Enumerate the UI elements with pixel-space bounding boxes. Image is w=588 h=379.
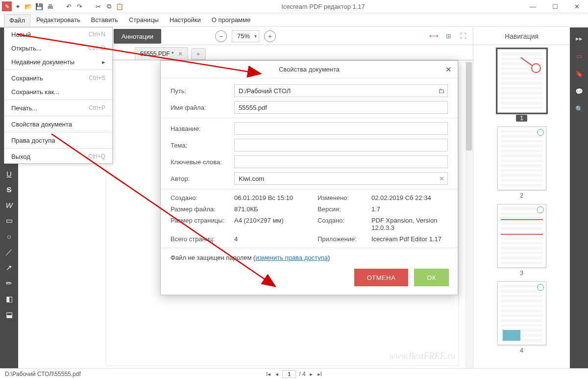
fullscreen-icon[interactable]: ⛶ — [458, 31, 468, 41]
input-path[interactable]: D:/Рабочий СТОЛ🗀 — [234, 84, 448, 97]
new-icon[interactable]: ✦ — [13, 1, 23, 11]
redo-icon[interactable]: ↷ — [74, 1, 84, 11]
save-icon[interactable]: 💾 — [34, 1, 44, 11]
bookmark-rail-icon[interactable]: 🔖 — [572, 67, 586, 80]
app-logo: ✎ — [2, 1, 12, 11]
thumb-label-1: 1 — [516, 115, 527, 122]
first-page-button[interactable]: I◂ — [265, 371, 271, 378]
search-rail-icon[interactable]: 🔍 — [572, 102, 586, 116]
next-page-button[interactable]: ▸ — [309, 371, 314, 378]
menu-item-exit[interactable]: ВыходCtrl+Q — [4, 150, 112, 163]
paste-icon[interactable]: 📋 — [115, 1, 124, 11]
status-path: D:\Рабочий СТОЛ\55555.pdf — [5, 371, 81, 378]
thumbnails: 1 2 3 4 — [473, 45, 570, 368]
navigation-panel: Навигация 1 2 3 4 — [473, 27, 570, 368]
menu-file[interactable]: Файл — [4, 14, 30, 26]
tool-arrow-icon[interactable]: ↗ — [2, 261, 16, 275]
input-author[interactable]: Kiwi.com✕ — [234, 172, 448, 185]
pager: I◂ ◂ / 4 ▸ ▸I — [265, 370, 323, 378]
open-icon[interactable]: 📂 — [24, 1, 33, 11]
watermark: www.BestFREE.ru — [389, 351, 455, 361]
layout-icons: ⟷ ⊞ ⛶ — [429, 31, 468, 41]
thumb-page-1[interactable] — [497, 49, 546, 113]
menu-item-open[interactable]: Открыть...Ctrl+O — [4, 41, 112, 55]
label-subject: Тема: — [171, 142, 234, 149]
file-menu-dropdown: НовыйCtrl+N Открыть...Ctrl+O Недавние до… — [4, 27, 113, 164]
quick-access-toolbar: ✎ ✦ 📂 💾 🖶 ↶ ↷ ✂ ⧉ 📋 — [0, 1, 124, 11]
tool-rect-icon[interactable]: ▭ — [2, 214, 16, 227]
zoom-in-button[interactable]: + — [264, 30, 276, 42]
menu-item-print[interactable]: Печать...Ctrl+P — [4, 101, 112, 115]
grid-view-icon[interactable]: ⊞ — [443, 31, 453, 41]
info-grid: Создано:06.01.2019 Вс 15:10 Изменено:02.… — [171, 192, 448, 245]
dialog-title: Свойства документа ✕ — [161, 61, 458, 78]
menu-item-docprops[interactable]: Свойства документа — [4, 117, 112, 131]
thumb-label-2: 2 — [520, 192, 523, 199]
copy-icon[interactable]: ⧉ — [104, 1, 114, 11]
menu-item-recent[interactable]: Недавние документы — [4, 55, 112, 69]
menu-pages[interactable]: Страницы — [124, 14, 164, 25]
page-input[interactable] — [282, 370, 296, 378]
zoom-out-button[interactable]: − — [215, 30, 227, 42]
minimize-button[interactable]: — — [522, 0, 544, 13]
thumb-page-2[interactable] — [497, 126, 546, 190]
menu-settings[interactable]: Настройки — [165, 14, 206, 25]
zoom-controls: − 75% + — [215, 30, 276, 42]
input-subject[interactable] — [234, 139, 448, 152]
window-title: Icecream PDF редактор 1.17 — [124, 3, 522, 10]
cancel-button[interactable]: ОТМЕНА — [354, 269, 409, 286]
input-title[interactable] — [234, 122, 448, 135]
menu-item-saveas[interactable]: Сохранить как... — [4, 85, 112, 99]
tab-close-icon[interactable]: ✕ — [178, 51, 183, 57]
tab-55555[interactable]: 55555.PDF * ✕ — [135, 47, 188, 60]
input-keywords[interactable] — [234, 155, 448, 168]
annotations-button[interactable]: Аннотации — [114, 29, 161, 44]
print-icon[interactable]: 🖶 — [45, 1, 55, 11]
last-page-button[interactable]: ▸I — [317, 371, 323, 378]
window-controls: — ☐ ✕ — [522, 0, 588, 13]
change-permissions-link[interactable]: изменить права доступа — [255, 254, 327, 261]
tool-eraser-icon[interactable]: ◧ — [2, 292, 16, 306]
tool-circle-icon[interactable]: ○ — [2, 229, 16, 243]
ok-button[interactable]: ОК — [414, 269, 449, 286]
clear-author-icon[interactable]: ✕ — [439, 175, 444, 182]
pages-rail-icon[interactable]: ▭ — [572, 49, 586, 63]
tab-add-button[interactable]: ＋ — [191, 48, 206, 60]
protection-row: Файл не защищен паролем (изменить права … — [171, 251, 448, 263]
thumb-page-4[interactable] — [497, 281, 546, 345]
thumb-label-4: 4 — [520, 347, 523, 354]
cut-icon[interactable]: ✂ — [93, 1, 103, 11]
menu-edit[interactable]: Редактировать — [31, 14, 85, 25]
tool-line-icon[interactable]: ／ — [2, 245, 16, 259]
scrollbar-vertical[interactable] — [465, 60, 473, 368]
tool-underline-icon[interactable]: U — [2, 167, 16, 180]
menu-item-save[interactable]: СохранитьCtrl+S — [4, 71, 112, 85]
browse-folder-icon[interactable]: 🗀 — [438, 87, 444, 95]
dialog-close-icon[interactable]: ✕ — [445, 65, 452, 74]
menu-about[interactable]: О программе — [207, 14, 256, 25]
label-title: Название: — [171, 125, 234, 132]
tool-stamp-icon[interactable]: ⬓ — [2, 308, 16, 322]
label-path: Путь: — [171, 87, 234, 95]
menu-item-new[interactable]: НовыйCtrl+N — [4, 27, 112, 41]
close-button[interactable]: ✕ — [566, 0, 588, 13]
tab-label: 55555.PDF * — [140, 51, 174, 57]
zoom-combo[interactable]: 75% — [232, 30, 259, 42]
thumb-page-3[interactable] — [497, 204, 546, 268]
menu-insert[interactable]: Вставить — [86, 14, 123, 25]
input-filename[interactable]: 55555.pdf — [234, 101, 448, 114]
statusbar: D:\Рабочий СТОЛ\55555.pdf I◂ ◂ / 4 ▸ ▸I — [0, 368, 588, 379]
maximize-button[interactable]: ☐ — [544, 0, 566, 13]
comments-rail-icon[interactable]: 💬 — [572, 84, 586, 98]
prev-page-button[interactable]: ◂ — [274, 371, 279, 378]
fit-width-icon[interactable]: ⟷ — [429, 31, 439, 41]
label-filename: Имя файла: — [171, 104, 234, 111]
expand-rail-icon[interactable]: ▸▸ — [572, 31, 586, 45]
undo-icon[interactable]: ↶ — [64, 1, 74, 11]
navigation-title: Навигация — [473, 27, 570, 45]
menu-item-permissions[interactable]: Права доступа — [4, 133, 112, 147]
tool-pencil-icon[interactable]: ✏ — [2, 277, 16, 290]
document-properties-dialog: Свойства документа ✕ Путь: D:/Рабочий СТ… — [160, 60, 458, 295]
tool-strike-icon[interactable]: S — [2, 182, 16, 196]
tool-wave-icon[interactable]: W — [2, 198, 16, 212]
